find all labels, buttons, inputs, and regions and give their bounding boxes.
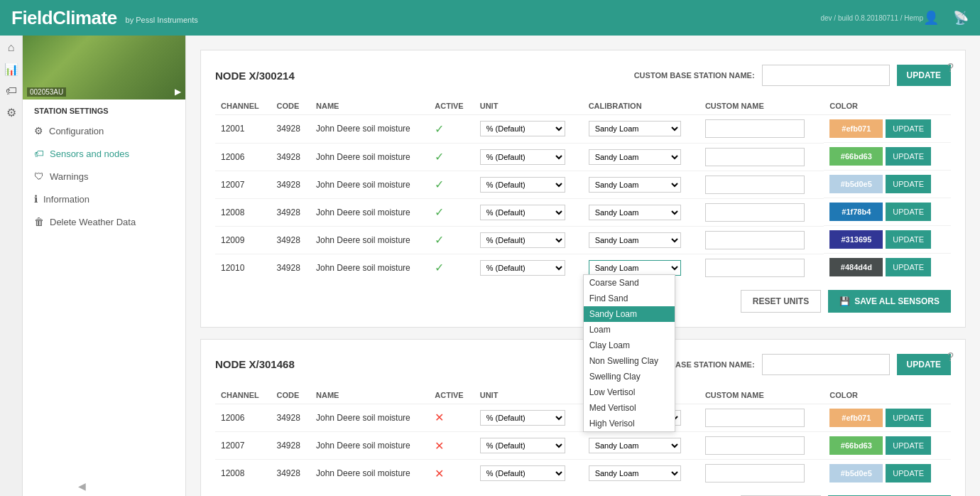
cell-custom-name — [699, 115, 824, 144]
cell-name: John Deere soil moisture — [310, 404, 429, 432]
dropdown-item[interactable]: Low Vertisol — [584, 384, 675, 400]
color-button[interactable]: #efb071 — [829, 409, 883, 427]
color-button[interactable]: #313695 — [829, 230, 883, 249]
custom-name-input-1[interactable] — [762, 65, 890, 86]
calibration-select[interactable]: Coarse SandFind SandSandy LoamLoamClay L… — [589, 438, 681, 453]
cell-active: ✓ — [429, 254, 474, 281]
cell-active: ✓ — [429, 226, 474, 254]
cell-code: 34928 — [271, 115, 310, 144]
row-update-btn[interactable]: UPDATE — [886, 230, 931, 249]
custom-name-cell-input[interactable] — [705, 148, 805, 166]
check-icon: ✓ — [435, 234, 444, 246]
custom-name-input-2[interactable] — [762, 354, 890, 375]
cell-calibration: Coarse SandFind SandSandy LoamLoamClay L… — [583, 198, 699, 226]
row-update-btn[interactable]: UPDATE — [886, 175, 931, 193]
custom-name-cell-input[interactable] — [705, 436, 805, 455]
cell-channel: 12010 — [215, 254, 271, 281]
dropdown-item[interactable]: Sandy Loam — [584, 306, 675, 322]
sidebar-item-delete-weather[interactable]: 🗑 Delete Weather Data — [23, 210, 185, 233]
dropdown-item[interactable]: Find Sand — [584, 291, 675, 306]
calibration-select[interactable]: Coarse SandFind SandSandy LoamLoamClay L… — [589, 465, 681, 481]
cell-code: 34928 — [271, 226, 310, 254]
help-icon-2[interactable]: ? — [947, 351, 954, 364]
row-update-btn[interactable]: UPDATE — [886, 147, 931, 166]
row-update-btn[interactable]: UPDATE — [886, 258, 931, 276]
unit-select[interactable]: % (Default) — [480, 465, 565, 481]
row-update-btn[interactable]: UPDATE — [886, 203, 931, 221]
save-icon: 💾 — [839, 296, 850, 306]
color-button[interactable]: #b5d0e5 — [829, 175, 883, 193]
custom-name-cell-input[interactable] — [705, 464, 805, 482]
user-icon[interactable]: 👤 — [923, 10, 939, 26]
calibration-select[interactable]: Coarse SandFind SandSandy LoamLoamClay L… — [589, 121, 681, 136]
custom-name-cell-input[interactable] — [705, 176, 805, 194]
dropdown-item[interactable]: Coarse Sand — [584, 275, 675, 291]
calibration-select[interactable]: Coarse SandFind SandSandy LoamLoamClay L… — [589, 232, 681, 248]
node-update-btn-1[interactable]: UPDATE — [897, 65, 951, 86]
color-button[interactable]: #66bd63 — [829, 147, 883, 166]
check-icon: ✓ — [435, 123, 444, 135]
color-button[interactable]: #484d4d — [829, 258, 883, 276]
dropdown-item[interactable]: Med Vertisol — [584, 400, 675, 416]
reset-units-btn-1[interactable]: RESET UNITS — [741, 290, 821, 313]
unit-select[interactable]: % (Default) — [480, 232, 565, 248]
cell-code: 34928 — [271, 404, 310, 432]
chart-icon[interactable]: 📊 — [4, 63, 18, 76]
calibration-select[interactable]: Coarse SandFind SandSandy LoamLoamClay L… — [589, 260, 681, 276]
dropdown-item[interactable]: Clay Loam — [584, 338, 675, 353]
dropdown-item[interactable]: Loam — [584, 322, 675, 338]
color-button[interactable]: #b5d0e5 — [829, 464, 883, 482]
dropdown-item[interactable]: Swelling Clay — [584, 369, 675, 384]
sidebar-item-warnings[interactable]: 🛡 Warnings — [23, 165, 185, 188]
custom-name-label-1: CUSTOM BASE STATION NAME: — [634, 71, 755, 80]
content-area: ? NODE X/300214 CUSTOM BASE STATION NAME… — [186, 36, 980, 496]
calibration-select[interactable]: Coarse SandFind SandSandy LoamLoamClay L… — [589, 177, 681, 193]
color-button[interactable]: #66bd63 — [829, 436, 883, 455]
calibration-select[interactable]: Coarse SandFind SandSandy LoamLoamClay L… — [589, 205, 681, 220]
tag-icon[interactable]: 🏷 — [6, 85, 17, 97]
unit-select[interactable]: % (Default) — [480, 121, 565, 136]
custom-name-cell-input[interactable] — [705, 119, 805, 138]
wifi-icon[interactable]: 📡 — [953, 10, 969, 26]
col-channel: CHANNEL — [215, 97, 271, 115]
col-active: ACTIVE — [429, 97, 474, 115]
unit-select[interactable]: % (Default) — [480, 205, 565, 220]
custom-name-cell-input[interactable] — [705, 409, 805, 427]
settings-icon[interactable]: ⚙ — [6, 106, 16, 119]
unit-select[interactable]: % (Default) — [480, 260, 565, 276]
row-update-btn[interactable]: UPDATE — [886, 464, 931, 482]
row-update-btn[interactable]: UPDATE — [886, 119, 931, 138]
dropdown-item[interactable]: High Verisol — [584, 416, 675, 431]
unit-select[interactable]: % (Default) — [480, 177, 565, 193]
custom-name-cell-input[interactable] — [705, 231, 805, 249]
help-icon-1[interactable]: ? — [947, 62, 954, 75]
sidebar-item-information[interactable]: ℹ Information — [23, 188, 185, 210]
sidebar-item-configuration[interactable]: ⚙ Configuration — [23, 119, 185, 142]
cell-calibration: Coarse SandFind SandSandy LoamLoamClay L… — [583, 115, 699, 144]
cell-active: ✕ — [429, 460, 474, 487]
node-update-btn-2[interactable]: UPDATE — [897, 354, 951, 375]
unit-select[interactable]: % (Default) — [480, 438, 565, 453]
cell-calibration: Coarse SandFind SandSandy LoamLoamClay L… — [583, 432, 699, 460]
calibration-select[interactable]: Coarse SandFind SandSandy LoamLoamClay L… — [589, 149, 681, 165]
row-update-btn[interactable]: UPDATE — [886, 436, 931, 455]
node-title-2: NODE X/301468 — [215, 358, 295, 370]
sidebar-item-sensors-nodes[interactable]: 🏷 Sensors and nodes — [23, 142, 185, 165]
col-calibration: CALIBRATION — [583, 97, 699, 115]
col-unit-2: UNIT — [474, 387, 583, 404]
unit-select[interactable]: % (Default) — [480, 410, 565, 426]
sidebar-collapse-btn[interactable]: ◀ — [23, 480, 163, 492]
dropdown-item[interactable]: Non Swelling Clay — [584, 353, 675, 369]
custom-name-cell-input[interactable] — [705, 203, 805, 222]
image-arrow-icon[interactable]: ▶ — [175, 87, 181, 97]
unit-select[interactable]: % (Default) — [480, 149, 565, 165]
row-update-btn[interactable]: UPDATE — [886, 409, 931, 427]
cell-color: #313695 UPDATE — [824, 226, 951, 254]
color-button[interactable]: #efb071 — [829, 119, 883, 138]
home-icon[interactable]: ⌂ — [8, 41, 15, 54]
cell-name: John Deere soil moisture — [310, 115, 429, 144]
save-all-sensors-btn-1[interactable]: 💾 SAVE ALL SENSORS — [828, 290, 951, 313]
color-button[interactable]: #1f78b4 — [829, 203, 883, 221]
custom-name-cell-input[interactable] — [705, 259, 805, 277]
node-custom-name-area-1: CUSTOM BASE STATION NAME: UPDATE — [634, 65, 951, 86]
